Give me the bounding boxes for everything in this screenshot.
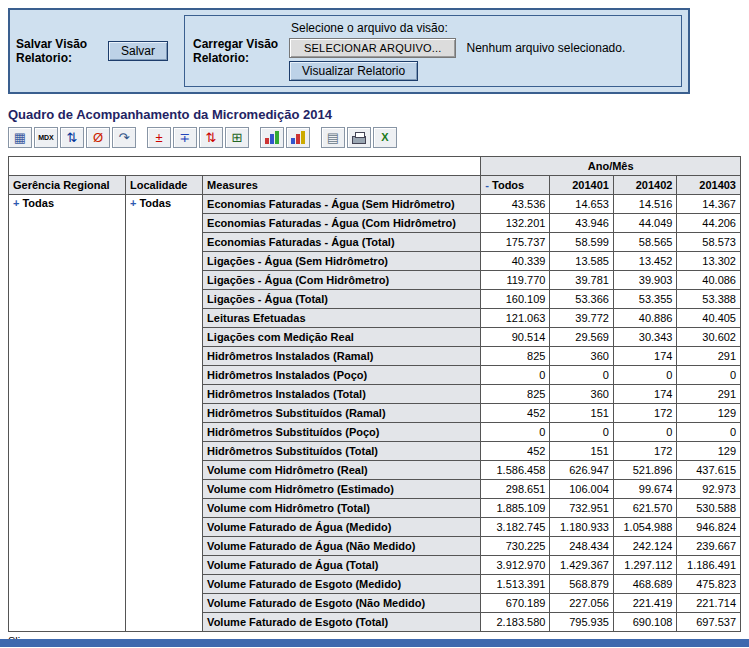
value-cell: 227.056 bbox=[550, 594, 614, 613]
chart-config-icon[interactable] bbox=[286, 127, 310, 148]
expand-icon[interactable]: + bbox=[13, 197, 19, 209]
value-cell: 1.186.491 bbox=[677, 556, 741, 575]
measure-label: Leituras Efetuadas bbox=[203, 309, 481, 328]
printer-glyph bbox=[352, 136, 366, 144]
save-view-section: Salvar Visão Relatorio: Salvar bbox=[16, 37, 184, 65]
anomes-header: Ano/Mês bbox=[481, 157, 741, 176]
drill-replace-icon-glyph: ⇅ bbox=[206, 131, 217, 144]
value-cell: 0 bbox=[481, 423, 550, 442]
measure-label: Ligações - Água (Sem Hidrômetro) bbox=[203, 252, 481, 271]
load-view-controls: Selecione o arquivo da visão: SELECIONAR… bbox=[289, 21, 625, 81]
value-cell: 119.770 bbox=[481, 271, 550, 290]
value-cell: 160.109 bbox=[481, 290, 550, 309]
suppress-zero-icon-glyph: Ø bbox=[93, 131, 103, 144]
value-cell: 129 bbox=[677, 442, 741, 461]
value-cell: 697.537 bbox=[677, 613, 741, 632]
drill-replace-icon[interactable]: ⇅ bbox=[199, 127, 223, 148]
value-cell: 53.388 bbox=[677, 290, 741, 309]
value-cell: 151 bbox=[550, 404, 614, 423]
value-cell: 221.714 bbox=[677, 594, 741, 613]
toolbar: ▦MDX⇅Ø↷±∓⇅⊞▤X bbox=[8, 127, 741, 148]
value-cell: 730.225 bbox=[481, 537, 550, 556]
value-cell: 3.182.745 bbox=[481, 518, 550, 537]
col-header-todos: -Todos bbox=[481, 176, 550, 195]
value-cell: 13.302 bbox=[677, 252, 741, 271]
value-cell: 437.615 bbox=[677, 461, 741, 480]
mdx-button[interactable]: MDX bbox=[34, 127, 58, 148]
value-cell: 174 bbox=[613, 347, 677, 366]
swap-axes-icon[interactable]: ↷ bbox=[112, 127, 136, 148]
value-cell: 14.367 bbox=[677, 195, 741, 214]
value-cell: 58.565 bbox=[613, 233, 677, 252]
value-cell: 521.896 bbox=[613, 461, 677, 480]
value-cell: 0 bbox=[677, 423, 741, 442]
measure-label: Volume Faturado de Água (Não Medido) bbox=[203, 537, 481, 556]
print-icon[interactable] bbox=[347, 127, 371, 148]
view-report-button[interactable]: Visualizar Relatorio bbox=[289, 61, 418, 81]
value-cell: 1.885.109 bbox=[481, 499, 550, 518]
col-header-201402: 201402 bbox=[613, 176, 677, 195]
value-cell: 175.737 bbox=[481, 233, 550, 252]
value-cell: 39.772 bbox=[550, 309, 614, 328]
measure-label: Volume com Hidrômetro (Estimado) bbox=[203, 480, 481, 499]
value-cell: 0 bbox=[550, 423, 614, 442]
suppress-zero-icon[interactable]: Ø bbox=[86, 127, 110, 148]
drill-position-icon[interactable]: ∓ bbox=[173, 127, 197, 148]
measure-label: Ligações - Água (Total) bbox=[203, 290, 481, 309]
expand-icon[interactable]: + bbox=[130, 197, 136, 209]
value-cell: 53.366 bbox=[550, 290, 614, 309]
member-label: Todas bbox=[139, 197, 171, 209]
collapse-icon[interactable]: - bbox=[485, 179, 489, 191]
measure-label: Volume Faturado de Água (Total) bbox=[203, 556, 481, 575]
measure-label: Hidrômetros Instalados (Total) bbox=[203, 385, 481, 404]
excel-icon[interactable]: X bbox=[373, 127, 397, 148]
value-cell: 40.405 bbox=[677, 309, 741, 328]
measure-label: Economias Faturadas - Água (Total) bbox=[203, 233, 481, 252]
value-cell: 121.063 bbox=[481, 309, 550, 328]
anomes-header-row: Ano/Mês bbox=[9, 157, 741, 176]
page-setup-icon[interactable]: ▤ bbox=[321, 127, 345, 148]
value-cell: 360 bbox=[550, 385, 614, 404]
value-cell: 1.180.933 bbox=[550, 518, 614, 537]
page-title: Quadro de Acompanhamento da Micromedição… bbox=[8, 107, 741, 122]
drill-through-icon-glyph: ⊞ bbox=[232, 131, 243, 144]
drill-through-icon[interactable]: ⊞ bbox=[225, 127, 249, 148]
value-cell: 0 bbox=[550, 366, 614, 385]
value-cell: 90.514 bbox=[481, 328, 550, 347]
save-button[interactable]: Salvar bbox=[108, 41, 168, 61]
drill-member-icon-glyph: ± bbox=[155, 131, 162, 144]
drill-member-icon[interactable]: ± bbox=[147, 127, 171, 148]
value-cell: 3.912.970 bbox=[481, 556, 550, 575]
file-prompt-label: Selecione o arquivo da visão: bbox=[291, 21, 448, 35]
measure-label: Economias Faturadas - Água (Com Hidrômet… bbox=[203, 214, 481, 233]
measure-label: Volume Faturado de Esgoto (Total) bbox=[203, 613, 481, 632]
col-header-201403: 201403 bbox=[677, 176, 741, 195]
sort-az-icon[interactable]: ⇅ bbox=[60, 127, 84, 148]
value-cell: 39.903 bbox=[613, 271, 677, 290]
value-cell: 946.824 bbox=[677, 518, 741, 537]
value-cell: 58.599 bbox=[550, 233, 614, 252]
measure-label: Volume com Hidrômetro (Real) bbox=[203, 461, 481, 480]
value-cell: 44.206 bbox=[677, 214, 741, 233]
cube-icon-glyph: ▦ bbox=[14, 131, 26, 144]
cube-icon[interactable]: ▦ bbox=[8, 127, 32, 148]
chart-icon[interactable] bbox=[260, 127, 284, 148]
value-cell: 43.946 bbox=[550, 214, 614, 233]
value-cell: 99.674 bbox=[613, 480, 677, 499]
value-cell: 360 bbox=[550, 347, 614, 366]
todos-label: Todos bbox=[492, 179, 524, 191]
load-view-box: Carregar Visão Relatorio: Selecione o ar… bbox=[184, 15, 682, 87]
value-cell: 1.054.988 bbox=[613, 518, 677, 537]
select-file-button[interactable]: SELECIONAR ARQUIVO... bbox=[289, 38, 456, 58]
pivot-body: +Todas+TodasEconomias Faturadas - Água (… bbox=[9, 195, 741, 632]
value-cell: 626.947 bbox=[550, 461, 614, 480]
excel-icon-glyph: X bbox=[381, 132, 388, 143]
save-view-label: Salvar Visão Relatorio: bbox=[16, 37, 108, 65]
chart-bar bbox=[301, 131, 305, 144]
value-cell: 468.689 bbox=[613, 575, 677, 594]
measure-label: Hidrômetros Instalados (Ramal) bbox=[203, 347, 481, 366]
value-cell: 825 bbox=[481, 347, 550, 366]
value-cell: 242.124 bbox=[613, 537, 677, 556]
bottom-scrollbar[interactable] bbox=[0, 639, 749, 647]
measure-label: Hidrômetros Instalados (Poço) bbox=[203, 366, 481, 385]
